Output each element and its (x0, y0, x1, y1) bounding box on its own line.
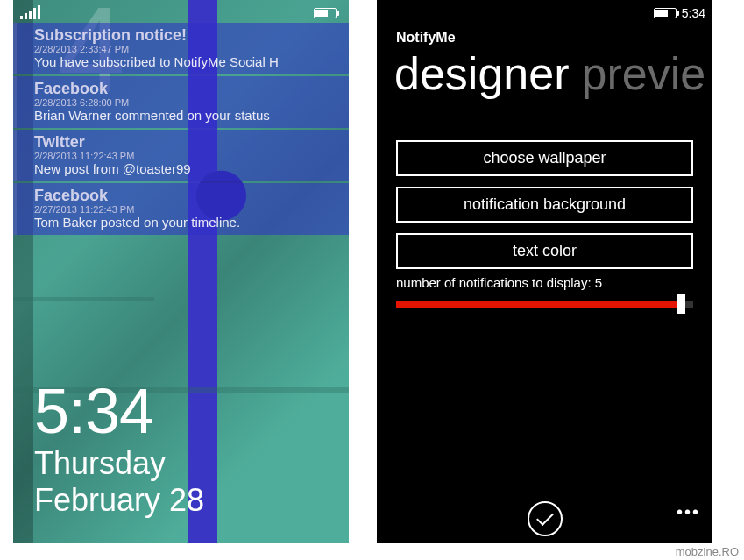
choose-wallpaper-button[interactable]: choose wallpaper (396, 140, 693, 176)
notification-item[interactable]: Facebook 2/28/2013 6:28:00 PM Brian Warn… (13, 76, 349, 128)
designer-screen: 5:34 NotifyMe designer previe choose wal… (377, 0, 712, 543)
watermark: mobzine.RO (676, 545, 739, 558)
notification-body: New post from @toaster99 (34, 161, 340, 176)
clock-date: February 28 (34, 482, 204, 519)
notification-title: Facebook (34, 187, 340, 205)
more-button[interactable]: ••• (677, 502, 700, 522)
slider-fill (396, 301, 681, 308)
notification-title: Subscription notice! (34, 26, 340, 45)
notification-title: Facebook (34, 80, 340, 98)
notification-item[interactable]: Facebook 2/27/2013 11:22:43 PM Tom Baker… (13, 183, 349, 235)
apply-button[interactable] (528, 501, 563, 536)
notification-item[interactable]: Twitter 2/28/2013 11:22:43 PM New post f… (13, 130, 349, 181)
notification-body: Tom Baker posted on your timeline. (34, 215, 340, 230)
notification-body: Brian Warner commented on your status (34, 108, 340, 123)
notification-body: You have subscribed to NotifyMe Social H (34, 54, 340, 69)
notification-timestamp: 2/28/2013 11:22:43 PM (34, 151, 340, 161)
battery-icon (654, 8, 677, 18)
clock-time: 5:34 (34, 385, 204, 438)
battery-icon (314, 8, 337, 18)
app-title: NotifyMe (396, 30, 456, 46)
notification-count-label: number of notifications to display: 5 (396, 275, 693, 290)
notification-count-slider[interactable] (396, 298, 693, 310)
clock-day: Thursday (34, 445, 204, 482)
notification-timestamp: 2/27/2013 11:22:43 PM (34, 204, 340, 215)
lockscreen-clock: 5:34 Thursday February 28 (34, 385, 204, 519)
notification-timestamp: 2/28/2013 6:28:00 PM (34, 97, 340, 108)
slider-thumb[interactable] (677, 294, 685, 314)
notification-item[interactable]: Subscription notice! 2/28/2013 2:33:47 P… (13, 23, 349, 74)
signal-icon (20, 7, 40, 19)
status-bar (13, 4, 349, 23)
notification-stack: Subscription notice! 2/28/2013 2:33:47 P… (13, 23, 349, 237)
status-bar: 5:34 (377, 4, 712, 23)
notification-background-button[interactable]: notification background (396, 187, 693, 223)
pivot-header: designer previe (394, 47, 712, 100)
notification-title: Twitter (34, 133, 340, 152)
pivot-tab-preview[interactable]: previe (581, 47, 705, 100)
pivot-tab-designer[interactable]: designer (394, 47, 569, 100)
text-color-button[interactable]: text color (396, 233, 693, 269)
app-bar: ••• (377, 493, 712, 543)
button-column: choose wallpaper notification background… (396, 140, 693, 269)
status-time: 5:34 (682, 6, 705, 20)
notification-timestamp: 2/28/2013 2:33:47 PM (34, 44, 340, 54)
check-icon (536, 508, 554, 526)
lockscreen-preview: 4 Subscription notice! 2/28/2013 2:33:47… (13, 0, 349, 543)
